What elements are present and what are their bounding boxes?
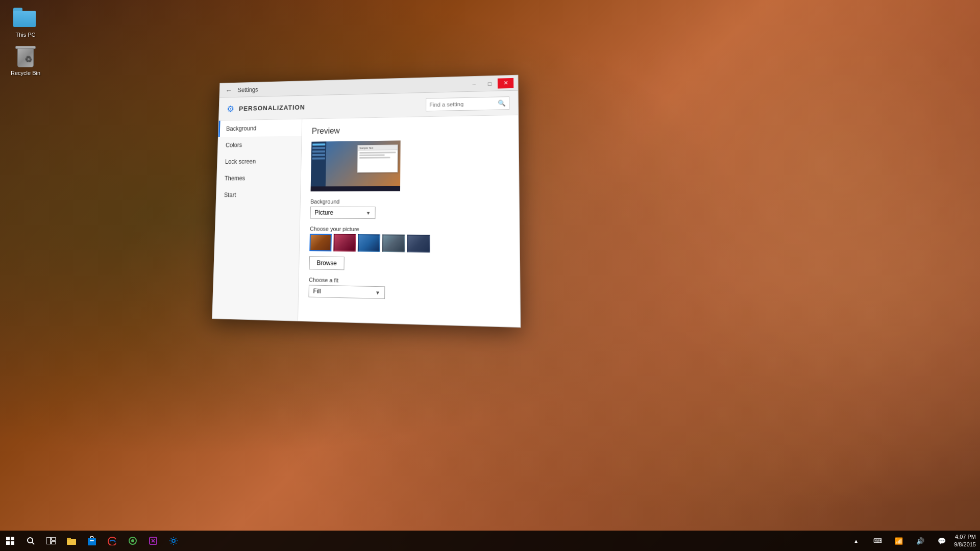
background-dropdown-value: Picture (314, 209, 333, 216)
this-pc-label: This PC (15, 32, 35, 38)
svg-rect-3 (11, 541, 14, 545)
store-taskbar-button[interactable] (82, 531, 102, 551)
svg-point-4 (28, 538, 33, 543)
desktop-icons-area: This PC ♻ Recycle Bin (5, 5, 46, 82)
svg-rect-7 (52, 537, 56, 540)
preview-sidebar-item (312, 151, 325, 153)
desktop-icon-this-pc[interactable]: This PC (5, 5, 46, 38)
keyboard-icon: ⌨ (867, 531, 888, 551)
svg-rect-12 (90, 540, 94, 541)
clock-time: 4:07 PM (954, 533, 976, 541)
preview-window-content (358, 150, 397, 160)
svg-point-18 (172, 539, 175, 542)
minimize-button[interactable]: – (466, 79, 482, 89)
taskbar-clock[interactable]: 4:07 PM 9/8/2015 (954, 533, 976, 549)
preview-sidebar-item (312, 154, 325, 156)
taskbar: ▲ ⌨ 📶 🔊 💬 4:07 PM 9/8/2015 (0, 531, 980, 551)
task-view-button[interactable] (41, 531, 61, 551)
svg-rect-8 (52, 541, 56, 544)
sidebar-item-lock-screen[interactable]: Lock screen (217, 153, 301, 170)
browse-button[interactable]: Browse (309, 256, 345, 270)
choose-picture-label: Choose your picture (310, 226, 508, 233)
preview-sidebar-item (312, 143, 325, 145)
sidebar-item-themes[interactable]: Themes (217, 169, 301, 187)
background-field-label: Background (310, 198, 508, 205)
recycle-bin-icon: ♻ (13, 43, 38, 68)
desktop-icon-recycle-bin[interactable]: ♻ Recycle Bin (5, 43, 46, 77)
window-title: Settings (237, 86, 258, 93)
settings-gear-icon: ⚙ (227, 104, 234, 114)
svg-rect-6 (46, 537, 51, 544)
tray-overflow-button[interactable]: ▲ (846, 531, 866, 551)
back-button[interactable]: ← (224, 85, 234, 95)
this-pc-icon (13, 5, 38, 30)
svg-point-14 (131, 539, 134, 542)
notification-icon[interactable]: 💬 (932, 531, 952, 551)
preview-taskbar-bar (311, 186, 401, 191)
system-tray: ▲ ⌨ 📶 🔊 💬 (846, 531, 952, 551)
start-button[interactable] (0, 531, 20, 551)
background-dropdown[interactable]: Picture ▼ (310, 207, 375, 219)
search-box[interactable]: 🔍 (426, 96, 509, 111)
cortana-search-button[interactable] (20, 531, 41, 551)
picture-thumb-2[interactable] (333, 234, 356, 252)
settings-sidebar: Background Colors Lock screen Themes Sta… (212, 119, 302, 321)
picture-thumbnails-grid (309, 234, 508, 254)
fit-dropdown[interactable]: Fill ▼ (308, 285, 385, 299)
title-bar-left: ← Settings (224, 84, 258, 95)
volume-icon[interactable]: 🔊 (910, 531, 930, 551)
svg-rect-11 (88, 538, 96, 545)
preview-section-title: Preview (312, 123, 508, 136)
preview-sidebar (311, 141, 327, 186)
settings-content: Background Colors Lock screen Themes Sta… (212, 115, 520, 327)
settings-main-panel: Preview Sample Text (298, 115, 520, 327)
find-setting-input[interactable] (429, 98, 498, 110)
unknown-taskbar-button-7[interactable] (143, 531, 163, 551)
sidebar-item-start[interactable]: Start (216, 186, 301, 203)
preview-sample-window: Sample Text (357, 144, 398, 172)
maximize-button[interactable]: □ (482, 78, 498, 89)
preview-sidebar-item (312, 158, 325, 160)
svg-rect-0 (6, 537, 10, 540)
preview-sidebar-item (312, 147, 325, 149)
paint-taskbar-button[interactable] (122, 531, 143, 551)
picture-thumb-3[interactable] (358, 234, 380, 252)
search-icon: 🔍 (498, 99, 506, 107)
settings-window: ← Settings – □ ✕ ⚙ PERSONALIZATION 🔍 (212, 75, 521, 328)
fit-dropdown-arrow: ▼ (375, 290, 380, 296)
sidebar-item-background[interactable]: Background (218, 119, 302, 137)
settings-window-wrapper: ← Settings – □ ✕ ⚙ PERSONALIZATION 🔍 (212, 75, 521, 328)
picture-thumb-5[interactable] (407, 235, 430, 253)
picture-thumb-1[interactable] (309, 234, 332, 251)
network-icon[interactable]: 📶 (889, 531, 909, 551)
window-controls: – □ ✕ (466, 78, 513, 89)
svg-rect-10 (67, 538, 71, 540)
taskbar-left (0, 531, 184, 551)
svg-rect-2 (6, 541, 10, 545)
background-dropdown-arrow: ▼ (366, 210, 371, 215)
preview-box: Sample Text (311, 140, 401, 191)
svg-rect-1 (11, 537, 14, 540)
svg-line-5 (32, 542, 34, 544)
recycle-bin-label: Recycle Bin (11, 70, 40, 77)
taskbar-right: ▲ ⌨ 📶 🔊 💬 4:07 PM 9/8/2015 (842, 531, 980, 551)
personalization-title: PERSONALIZATION (239, 104, 305, 112)
sidebar-item-colors[interactable]: Colors (218, 136, 302, 154)
picture-thumb-4[interactable] (382, 234, 405, 252)
edge-taskbar-button[interactable] (102, 531, 122, 551)
settings-taskbar-button[interactable] (163, 531, 184, 551)
close-button[interactable]: ✕ (498, 78, 513, 88)
file-explorer-taskbar-button[interactable] (61, 531, 82, 551)
fit-dropdown-value: Fill (313, 288, 321, 295)
clock-date: 9/8/2015 (954, 541, 976, 548)
